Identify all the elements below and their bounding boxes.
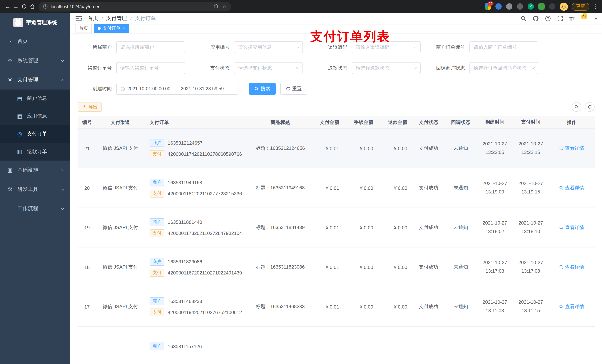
extension-icon[interactable] — [517, 3, 523, 10]
refund-status-select[interactable]: 请选择退款状态 — [352, 62, 420, 74]
site-info-icon[interactable] — [43, 4, 48, 9]
dev-tools-icon: ⚒ — [7, 186, 13, 193]
toggle-search-button[interactable] — [572, 102, 581, 112]
date-end: 2021-10-31 23:59:59 — [181, 86, 224, 91]
app-title: 芋道管理系统 — [26, 19, 57, 26]
sidebar-item-refund-order[interactable]: ▥ 退款订单 — [0, 143, 70, 161]
cell-fee-amount: ¥ 0.00 — [344, 225, 378, 230]
cell-pay-amount: ¥ 0.01 — [310, 185, 344, 191]
browser-toolbar: ← → localhost:1024/pay/order ☆ 10 — [0, 0, 602, 13]
extension-icon[interactable] — [549, 3, 555, 10]
breadcrumb-item[interactable]: 支付管理 — [106, 15, 127, 22]
refund-order-icon: ▥ — [16, 148, 23, 155]
extension-icon[interactable] — [538, 3, 545, 10]
cell-id: 20 — [78, 185, 96, 191]
callback-status-select[interactable]: 请选择订单回调商户状态 — [469, 62, 538, 74]
filter-label-refund-status: 退款状态 — [313, 65, 352, 71]
pay-tag: 支付 — [150, 190, 164, 197]
filter-form: 所属商户 请选择所属商户 应用编号 请选择应用信息 渠道编码 — [70, 33, 602, 104]
view-detail-link[interactable]: 查看详情 — [559, 185, 584, 191]
cell-pay-amount: ¥ 0.01 — [310, 304, 344, 310]
cell-notify-status: 未通知 — [445, 145, 477, 152]
app-no-select[interactable]: 请选择应用信息 — [234, 42, 303, 53]
cell-pay-order: 商户1635311157126 — [144, 342, 250, 350]
cell-refund-amount: ¥ 0.00 — [378, 146, 412, 151]
create-time-range-picker[interactable]: 2021-10-01 00:00:00 - 2021-10-31 23:59:5… — [116, 83, 238, 95]
bookmark-star-icon[interactable]: ☆ — [222, 4, 226, 9]
merchant-tag: 商户 — [150, 297, 164, 305]
cell-fee-amount: ¥ 0.00 — [344, 146, 378, 151]
sidebar-item-system-management[interactable]: ⚙ 系统管理 — [0, 51, 70, 70]
refresh-table-button[interactable] — [585, 102, 595, 112]
sidebar-item-payment-management[interactable]: ¥ 支付管理 — [0, 70, 70, 90]
gear-icon: ⚙ — [7, 57, 13, 64]
cell-pay-time: 2021-10-2713:22:15 — [513, 140, 549, 157]
sidebar-item-pay-order[interactable]: ◎ 支付订单 — [0, 125, 70, 143]
cell-notify-status: 未通知 — [445, 185, 477, 191]
pay-order-no: 4200001181202110277723215336 — [168, 191, 242, 196]
refresh-icon[interactable] — [20, 2, 28, 11]
browser-menu-icon[interactable]: ⋮ — [592, 3, 598, 10]
breadcrumb-item: 支付订单 — [135, 15, 156, 22]
table-row: 21微信 JSAPI 支付商户1635312124657支付4200001174… — [78, 129, 595, 168]
search-icon — [574, 105, 579, 109]
sidebar-item-app-info[interactable]: ▦ 应用信息 — [0, 107, 70, 125]
breadcrumb-item[interactable]: 首页 — [88, 15, 98, 22]
view-detail-link[interactable]: 查看详情 — [559, 303, 584, 310]
cell-fee-amount: ¥ 0.00 — [344, 264, 378, 270]
merchant-select[interactable]: 请选择所属商户 — [116, 42, 185, 53]
browser-profile-avatar[interactable] — [560, 2, 568, 10]
channel-order-no-input[interactable]: 请输入渠道订单号 — [116, 62, 185, 74]
tab-pay-order[interactable]: 支付订单 × — [94, 24, 129, 33]
column-header: 回调状态 — [445, 119, 477, 125]
reset-button[interactable]: 重置 — [280, 83, 307, 95]
cell-refund-amount: ¥ 0.00 — [378, 264, 412, 270]
fullscreen-icon[interactable] — [557, 16, 563, 21]
search-icon[interactable] — [520, 16, 526, 21]
close-icon[interactable]: × — [122, 26, 125, 31]
download-icon — [82, 105, 87, 109]
search-button[interactable]: 搜索 — [249, 83, 276, 95]
merchant-order-no-input[interactable]: 请输入商户订单编号 — [469, 42, 538, 53]
sidebar-item-dev-tools[interactable]: ⚒ 研发工具 — [0, 180, 70, 199]
extension-icon[interactable]: ✓ — [527, 3, 534, 10]
chevron-down-icon[interactable]: ▾ — [595, 16, 597, 21]
home-icon[interactable] — [28, 2, 36, 11]
merchant-tag: 商户 — [150, 139, 164, 147]
column-header: 支付渠道 — [96, 119, 144, 125]
export-button[interactable]: 导出 — [78, 102, 102, 112]
sidebar-collapse-icon[interactable] — [75, 16, 82, 21]
column-header: 支付时间 — [513, 118, 549, 126]
workflow-icon: ◫ — [7, 205, 13, 212]
back-icon[interactable]: ← — [4, 2, 12, 11]
tab-home[interactable]: 首页 — [75, 24, 92, 33]
address-bar[interactable]: localhost:1024/pay/order ☆ — [39, 2, 231, 11]
column-header: 支付状态 — [412, 119, 445, 125]
sidebar-item-home[interactable]: ◔ 首页 — [0, 32, 70, 51]
view-detail-link[interactable]: 查看详情 — [559, 145, 584, 152]
extension-icon[interactable] — [506, 3, 512, 10]
view-detail-link[interactable]: 查看详情 — [559, 264, 584, 270]
browser-update-button[interactable]: 更新 — [572, 2, 589, 10]
extension-icon[interactable] — [495, 3, 502, 10]
forward-icon[interactable]: → — [12, 2, 20, 11]
github-icon[interactable] — [533, 16, 538, 21]
help-icon[interactable] — [545, 16, 551, 21]
filter-label-channel-code: 渠道编码 — [313, 44, 352, 51]
font-size-icon[interactable]: TT — [569, 16, 575, 21]
app-header: 首页 / 支付管理 / 支付订单 — [70, 13, 602, 24]
sidebar-item-merchant-info[interactable]: ▤ 商户信息 — [0, 90, 70, 107]
app-logo[interactable]: 芋道管理系统 — [0, 13, 70, 32]
share-icon[interactable] — [214, 3, 219, 10]
channel-code-select[interactable]: 请输入渠道编码 — [352, 42, 420, 53]
pay-status-select[interactable]: 请选择支付状态 — [234, 62, 303, 74]
sidebar-item-workflow[interactable]: ◫ 工作流程 — [0, 199, 70, 218]
header-actions: TT ▾ — [520, 13, 597, 24]
extension-icon[interactable]: 10 — [485, 3, 491, 10]
sidebar-item-infrastructure[interactable]: ▣ 基础设施 — [0, 161, 70, 180]
cell-pay-status: 支付成功 — [412, 224, 445, 231]
user-avatar[interactable] — [581, 13, 592, 24]
view-detail-link[interactable]: 查看详情 — [559, 224, 584, 231]
cell-pay-status: 支付成功 — [412, 303, 445, 310]
extension-badge: 10 — [488, 1, 494, 6]
